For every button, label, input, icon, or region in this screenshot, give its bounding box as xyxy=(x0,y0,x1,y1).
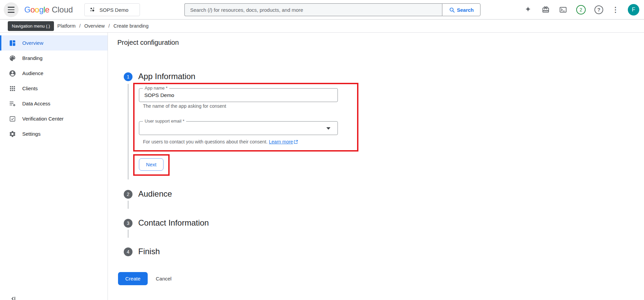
sidebar-item-label: Audience xyxy=(22,70,43,76)
sidebar-item-label: Data Access xyxy=(22,101,50,106)
search-button-label: Search xyxy=(457,7,474,13)
step-4-circle: 4 xyxy=(124,247,133,256)
next-button[interactable]: Next xyxy=(139,158,164,171)
cancel-button[interactable]: Cancel xyxy=(156,272,172,285)
gcp-console-window: Google Cloud SOPS Demo S xyxy=(0,0,644,300)
user-support-email-helper: For users to contact you with questions … xyxy=(143,139,298,144)
breadcrumb-item-platform[interactable]: Platform xyxy=(57,23,76,29)
sidebar-item-audience[interactable]: Audience xyxy=(0,66,108,81)
page-title: Project configuration xyxy=(117,39,179,46)
sidebar-item-settings[interactable]: Settings xyxy=(0,126,108,141)
user-support-email-select[interactable]: User support email * xyxy=(139,121,338,135)
verification-icon xyxy=(9,115,16,123)
data-access-icon xyxy=(9,100,16,107)
project-configuration-content: 1 App Information App name * The name of… xyxy=(108,52,644,300)
top-bar: Google Cloud SOPS Demo S xyxy=(0,0,644,20)
stepper-connector xyxy=(128,84,128,179)
project-icon xyxy=(89,6,96,13)
logo-cloud-text: Cloud xyxy=(52,5,73,14)
navigation-menu-tooltip: Navigation menu (.) xyxy=(8,21,54,31)
cloud-shell-icon xyxy=(559,6,567,14)
external-link-icon xyxy=(294,140,298,144)
app-name-helper: The name of the app asking for consent xyxy=(143,103,226,109)
breadcrumb-separator: / xyxy=(79,23,81,29)
step-3-circle: 3 xyxy=(124,219,133,228)
step-4-title: Finish xyxy=(138,247,160,256)
google-cloud-logo[interactable]: Google Cloud xyxy=(24,0,73,19)
stepper-connector xyxy=(128,201,128,209)
step-3-title: Contact Information xyxy=(138,218,209,228)
gemini-sparkle-icon xyxy=(524,6,532,14)
search-button[interactable]: Search xyxy=(442,3,480,16)
step-2-circle: 2 xyxy=(124,190,133,199)
sidebar-item-label: Branding xyxy=(22,55,42,61)
step-2-title: Audience xyxy=(138,189,172,199)
sidebar-item-clients[interactable]: Clients xyxy=(0,81,108,96)
sidebar-item-label: Settings xyxy=(22,131,40,137)
palette-icon xyxy=(9,55,16,62)
page-header: Project configuration xyxy=(108,33,644,53)
help-icon[interactable]: ? xyxy=(594,5,603,14)
avatar[interactable]: F xyxy=(628,4,639,15)
search-bar: Search xyxy=(184,3,480,16)
sidebar-item-data-access[interactable]: Data Access xyxy=(0,96,108,111)
user-support-email-label: User support email * xyxy=(143,119,186,124)
breadcrumb-separator: / xyxy=(108,23,110,29)
breadcrumb-item-create-branding: Create branding xyxy=(114,23,149,29)
sidebar-item-branding[interactable]: Branding xyxy=(0,51,108,66)
sidebar-item-label: Verification Center xyxy=(22,116,64,122)
breadcrumb-item-overview[interactable]: Overview xyxy=(84,23,105,29)
sidebar-item-overview[interactable]: Overview xyxy=(0,35,108,51)
sidebar-item-label: Overview xyxy=(22,40,43,46)
more-options-icon[interactable]: ⋮ xyxy=(612,6,619,13)
gifts-button[interactable] xyxy=(541,5,550,14)
step-1-title: App Information xyxy=(138,72,195,81)
search-icon xyxy=(449,7,455,13)
step-1-circle: 1 xyxy=(124,72,133,81)
account-icon xyxy=(9,70,16,77)
project-selector-button[interactable]: SOPS Demo xyxy=(84,3,140,16)
app-name-label: App name * xyxy=(143,86,169,91)
cloud-shell-button[interactable] xyxy=(559,5,567,14)
dashboard-icon xyxy=(9,39,16,47)
sidebar: Overview Branding Audience Clients xyxy=(0,33,108,300)
sidebar-item-label: Clients xyxy=(22,86,38,91)
sidebar-item-verification-center[interactable]: Verification Center xyxy=(0,111,108,126)
breadcrumb: Platform / Overview / Create branding xyxy=(0,20,644,33)
collapse-sidebar-icon[interactable] xyxy=(9,295,17,300)
hamburger-icon xyxy=(8,7,14,8)
stepper-connector xyxy=(128,230,128,238)
search-input[interactable] xyxy=(184,3,442,16)
logo-letter: G xyxy=(24,5,30,14)
gifts-icon xyxy=(542,6,550,13)
create-button[interactable]: Create xyxy=(118,272,148,285)
notification-count-badge[interactable]: 2 xyxy=(576,5,586,14)
navigation-menu-button[interactable] xyxy=(4,2,19,17)
top-bar-actions: 2 ? ⋮ F xyxy=(524,0,639,19)
dropdown-arrow-icon xyxy=(326,127,330,130)
learn-more-link[interactable]: Learn more xyxy=(269,139,298,144)
app-name-field: App name * xyxy=(139,88,338,102)
project-selector-label: SOPS Demo xyxy=(99,7,128,13)
gear-icon xyxy=(9,130,16,138)
gemini-sparkle-button[interactable] xyxy=(524,5,532,14)
apps-grid-icon xyxy=(9,85,16,92)
